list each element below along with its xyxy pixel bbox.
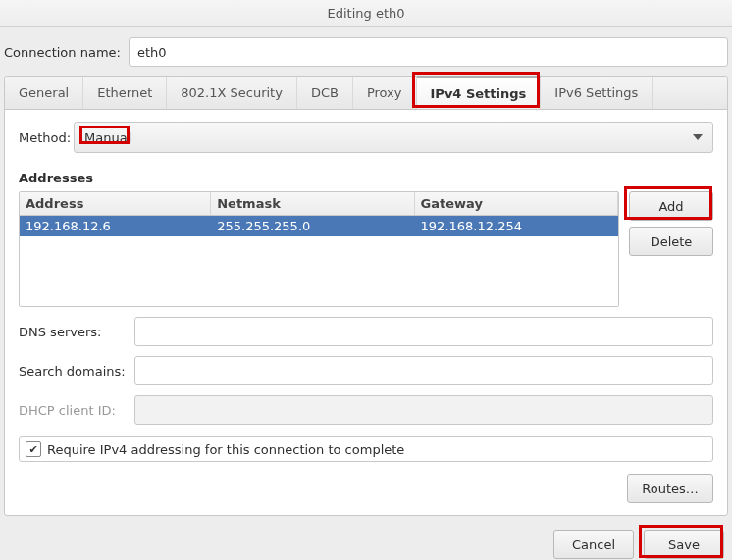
tab-general[interactable]: General [5,77,83,109]
addresses-section-label: Addresses [19,171,713,185]
connection-name-label: Connection name: [4,45,121,60]
delete-button-label: Delete [651,234,693,249]
addresses-table[interactable]: Address Netmask Gateway 192.168.12.6255.… [19,191,619,307]
routes-button[interactable]: Routes… [627,474,713,503]
method-label: Method: [19,130,74,145]
tabbar: GeneralEthernet802.1X SecurityDCBProxyIP… [5,77,727,110]
tab-ethernet[interactable]: Ethernet [83,77,167,109]
addresses-header-address: Address [20,192,211,215]
tab-proxy[interactable]: Proxy [353,77,417,109]
tab-dcb[interactable]: DCB [297,77,353,109]
search-domains-input[interactable] [134,356,713,385]
dns-servers-label: DNS servers: [19,325,134,339]
tab-ipv4[interactable]: IPv4 Settings [417,76,542,109]
connection-name-input[interactable] [129,37,728,67]
window-title: Editing eth0 [0,0,732,27]
dhcp-client-id-label: DHCP client ID: [19,403,134,418]
addresses-header-gateway: Gateway [415,192,618,215]
cancel-button[interactable]: Cancel [553,530,634,559]
addresses-header-netmask: Netmask [211,192,414,215]
cancel-button-label: Cancel [572,537,615,552]
routes-button-label: Routes… [642,482,699,496]
dns-servers-input[interactable] [134,317,713,346]
save-button[interactable]: Save [644,530,724,559]
tab-ipv6[interactable]: IPv6 Settings [541,77,653,109]
add-button[interactable]: Add [629,191,713,221]
require-ipv4-label: Require IPv4 addressing for this connect… [47,442,404,457]
save-button-label: Save [668,537,700,552]
cell-gateway: 192.168.12.254 [415,216,618,236]
chevron-down-icon [693,134,703,140]
method-select[interactable]: Manual [74,122,713,153]
cell-netmask: 255.255.255.0 [211,216,414,236]
search-domains-label: Search domains: [19,364,134,379]
cell-address: 192.168.12.6 [20,216,211,236]
tab-8021x[interactable]: 802.1X Security [167,77,297,109]
require-ipv4-row[interactable]: ✔ Require IPv4 addressing for this conne… [19,436,713,462]
table-row[interactable]: 192.168.12.6255.255.255.0192.168.12.254 [20,216,618,236]
require-ipv4-checkbox[interactable]: ✔ [26,441,41,457]
method-select-value: Manual [84,130,131,145]
delete-button[interactable]: Delete [629,227,713,256]
add-button-label: Add [658,199,683,214]
dhcp-client-id-input [134,395,713,425]
